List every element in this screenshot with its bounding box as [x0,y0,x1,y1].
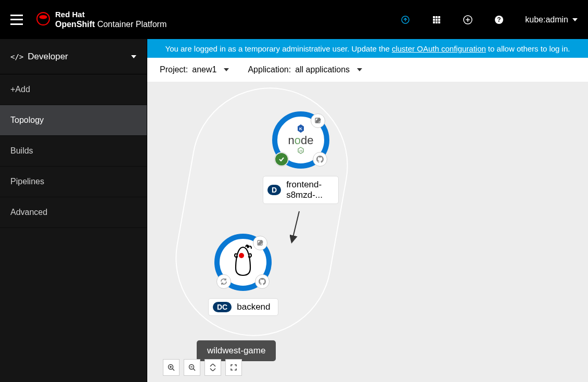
help-icon[interactable]: ? [494,15,504,25]
header: Red Hat OpenShift Container Platform ? k… [0,0,588,39]
nav-item-topology[interactable]: Topology [0,105,147,136]
topology-canvas[interactable]: K node JS D fr [147,82,588,382]
svg-rect-6 [433,19,435,21]
svg-rect-3 [433,16,435,18]
connector-arrow-icon [290,210,305,247]
svg-text:?: ? [497,16,501,23]
svg-text:node: node [288,134,314,147]
zoom-controls [163,359,242,376]
nav-item-pipelines[interactable]: Pipelines [0,167,147,197]
zoom-in-button[interactable] [163,359,180,376]
node-circle[interactable]: K node JS [272,111,329,169]
code-icon: </> [10,53,23,61]
brand-bottom: OpenShift Container Platform [55,19,167,29]
node-name: frontend-s8mzd-... [286,180,331,200]
svg-line-29 [194,369,196,371]
perspective-label: Developer [28,52,68,62]
svg-point-22 [239,253,244,258]
topology-node-backend[interactable]: DC backend [208,234,278,316]
sync-icon[interactable] [216,274,231,289]
user-menu[interactable]: kube:admin [525,15,578,24]
add-icon[interactable] [463,15,473,25]
node-label[interactable]: DC backend [208,298,278,316]
caret-down-icon [131,55,136,58]
svg-text:K: K [299,126,302,131]
svg-line-21 [292,211,299,241]
node-label[interactable]: D frontend-s8mzd-... [263,176,339,204]
toolbar: Project: anew1 Application: all applicat… [147,58,588,82]
perspective-switcher[interactable]: </> Developer [0,39,147,74]
zoom-reset-button[interactable] [225,359,242,376]
redhat-logo-icon [36,12,50,28]
zoom-fit-button[interactable] [204,359,221,376]
application-group[interactable]: K node JS D fr [163,75,361,349]
svg-rect-7 [436,19,438,21]
svg-text:JS: JS [299,149,302,152]
node-name: backend [237,302,270,312]
edit-route-icon[interactable] [253,236,267,250]
nav-item-builds[interactable]: Builds [0,136,147,167]
app-value: all applications [295,65,350,74]
zoom-out-button[interactable] [184,359,200,376]
kind-badge: DC [213,302,232,312]
brand-top: Red Hat [55,10,167,19]
nav-item-advanced[interactable]: Advanced [0,197,147,228]
nodejs-runtime-icon: K node JS [282,123,319,157]
project-label: Project: [160,65,188,74]
banner-link[interactable]: cluster OAuth configuration [392,44,486,53]
import-icon[interactable] [400,15,411,25]
caret-down-icon [572,18,578,21]
nav-item-add[interactable]: +Add [0,74,147,105]
caret-down-icon [224,68,229,71]
apps-grid-icon[interactable] [431,15,442,25]
edit-route-icon[interactable] [311,113,325,128]
svg-rect-4 [436,16,438,18]
admin-banner: You are logged in as a temporary adminis… [147,39,588,58]
source-repo-icon[interactable] [255,274,270,289]
topology-node-frontend[interactable]: K node JS D fr [263,111,339,204]
project-value: anew1 [192,65,216,74]
status-ok-icon [274,152,289,167]
application-label[interactable]: wildwest-game [197,340,276,361]
source-repo-icon[interactable] [313,152,327,167]
svg-rect-10 [436,21,438,23]
hamburger-menu-icon[interactable] [10,15,23,25]
banner-post: to allow others to log in. [488,44,570,53]
banner-pre: You are logged in as a temporary adminis… [165,44,390,53]
svg-point-1 [39,15,47,19]
app-label: Application: [248,65,291,74]
project-selector[interactable]: Project: anew1 [160,65,229,74]
svg-rect-5 [438,16,440,18]
caret-down-icon [357,68,362,71]
svg-rect-8 [438,19,440,21]
sidebar: </> Developer +Add Topology Builds Pipel… [0,39,147,382]
user-name: kube:admin [525,15,568,24]
svg-line-25 [173,369,175,371]
application-selector[interactable]: Application: all applications [248,65,362,74]
svg-rect-11 [438,21,440,23]
brand: Red Hat OpenShift Container Platform [36,10,167,29]
node-circle[interactable] [214,234,272,291]
kind-badge: D [267,185,281,195]
svg-rect-9 [433,21,435,23]
